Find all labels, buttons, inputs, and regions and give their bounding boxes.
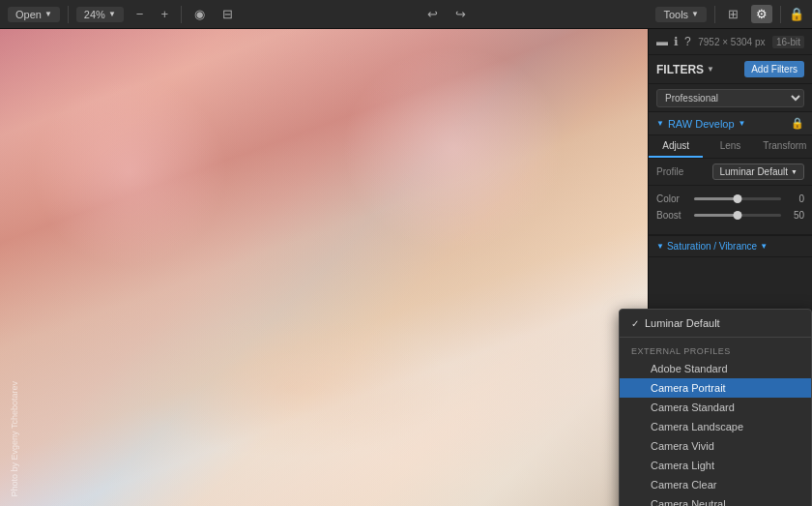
zoom-out-button[interactable]: − [131, 5, 149, 23]
histogram-icon[interactable]: ▬ [656, 35, 668, 48]
add-filters-button[interactable]: Add Filters [744, 61, 804, 77]
adjustment-tabs: Adjust Lens Transform [649, 135, 812, 159]
help-icon[interactable]: ? [684, 35, 691, 48]
profile-preset-select[interactable]: Professional [656, 89, 804, 107]
blossom-top [324, 29, 583, 268]
raw-develop-lock-icon[interactable]: 🔒 [791, 117, 804, 130]
sliders-area: Color 0 Boost 50 [649, 186, 812, 235]
zoom-in-button[interactable]: + [156, 5, 173, 23]
toolbar-divider-4 [780, 6, 781, 23]
filters-header: FILTERS ▼ Add Filters [649, 55, 812, 84]
bit-depth: 16-bit [772, 36, 804, 48]
profile-select-button[interactable]: Luminar Default ▼ [712, 164, 804, 180]
saturation-triangle: ▼ [656, 242, 664, 251]
lock-button[interactable]: 🔒 [789, 7, 804, 21]
dropdown-item-camera-landscape[interactable]: Camera Landscape [620, 417, 811, 436]
dropdown-external-label: EXTERNAL PROFILES [620, 342, 811, 359]
profile-label: Profile [656, 166, 683, 177]
toolbar-divider-1 [68, 6, 69, 23]
color-slider-thumb[interactable] [734, 194, 742, 203]
boost-slider-label: Boost [656, 210, 690, 221]
dropdown-item-camera-portrait[interactable]: Camera Portrait [620, 378, 811, 398]
boost-slider-thumb[interactable] [734, 211, 742, 220]
profile-row: Profile Luminar Default ▼ ✓ Luminar Defa… [649, 159, 812, 186]
grid-view-button[interactable]: ⊞ [723, 5, 743, 23]
raw-develop-title: ▼ RAW Develop ▼ [656, 118, 746, 130]
photo-canvas [0, 29, 648, 506]
boost-slider-track[interactable] [694, 214, 781, 217]
panel-header-icons: ▬ ℹ ? [656, 35, 691, 48]
photo-area: Photo by Evgeny Tchebotarev [0, 29, 648, 506]
dropdown-item-camera-standard[interactable]: Camera Standard [620, 398, 811, 417]
saturation-header: ▼ Saturation / Vibrance ▼ [649, 235, 812, 257]
image-size: 7952 × 5304 px [698, 37, 765, 47]
boost-slider-value: 50 [785, 210, 804, 221]
zoom-button[interactable]: 24% ▼ [76, 7, 124, 22]
tab-lens[interactable]: Lens [703, 135, 757, 158]
panel-header: ▬ ℹ ? 7952 × 5304 px 16-bit [649, 29, 812, 55]
profile-dropdown: ✓ Luminar Default EXTERNAL PROFILES Adob… [619, 309, 812, 506]
boost-slider-fill [694, 214, 738, 217]
raw-develop-chevron: ▼ [739, 119, 746, 128]
saturation-chevron: ▼ [760, 242, 768, 251]
tab-transform[interactable]: Transform [758, 135, 812, 158]
info-icon[interactable]: ℹ [674, 35, 679, 48]
profile-chevron-icon: ▼ [791, 168, 798, 175]
color-slider-row: Color 0 [656, 193, 804, 204]
toolbar: Open ▼ 24% ▼ − + ◉ ⊟ ↩ ↪ Tools ▼ ⊞ ⚙ 🔒 [0, 0, 812, 29]
open-button[interactable]: Open ▼ [8, 7, 60, 22]
main-area: Photo by Evgeny Tchebotarev ▬ ℹ ? 7952 ×… [0, 29, 812, 506]
right-panel: ▬ ℹ ? 7952 × 5304 px 16-bit FILTERS ▼ Ad… [648, 29, 812, 506]
dropdown-sep-1 [620, 337, 811, 338]
color-slider-value: 0 [785, 193, 804, 204]
toolbar-divider-2 [181, 6, 182, 23]
undo-button[interactable]: ↩ [422, 5, 443, 23]
raw-develop-triangle: ▼ [656, 119, 664, 128]
preview-button[interactable]: ◉ [189, 5, 210, 23]
dropdown-luminar-default[interactable]: ✓ Luminar Default [620, 313, 811, 333]
checkmark-icon: ✓ [631, 318, 639, 329]
dropdown-item-camera-light[interactable]: Camera Light [620, 456, 811, 475]
color-slider-track[interactable] [694, 197, 781, 200]
saturation-title: ▼ Saturation / Vibrance ▼ [656, 241, 768, 252]
tools-button[interactable]: Tools ▼ [655, 7, 707, 22]
profile-preset-row: Professional [649, 84, 812, 112]
dropdown-item-adobe-standard[interactable]: Adobe Standard [620, 359, 811, 378]
tab-adjust[interactable]: Adjust [649, 135, 703, 158]
raw-develop-header: ▼ RAW Develop ▼ 🔒 [649, 112, 812, 135]
blossom-left [33, 76, 227, 267]
boost-slider-row: Boost 50 [656, 210, 804, 221]
compare-button[interactable]: ⊟ [218, 5, 238, 23]
watermark: Photo by Evgeny Tchebotarev [10, 381, 19, 496]
toolbar-divider-3 [714, 6, 715, 23]
dropdown-item-camera-clear[interactable]: Camera Clear [620, 475, 811, 494]
dropdown-item-camera-neutral[interactable]: Camera Neutral [620, 494, 811, 506]
redo-button[interactable]: ↪ [450, 5, 471, 23]
color-slider-label: Color [656, 193, 690, 204]
blossom-bottom [130, 315, 453, 459]
filter-icon-button[interactable]: ⚙ [751, 5, 772, 23]
dropdown-item-camera-vivid[interactable]: Camera Vivid [620, 436, 811, 456]
color-slider-fill [694, 197, 738, 200]
filters-title: FILTERS ▼ [656, 63, 714, 76]
